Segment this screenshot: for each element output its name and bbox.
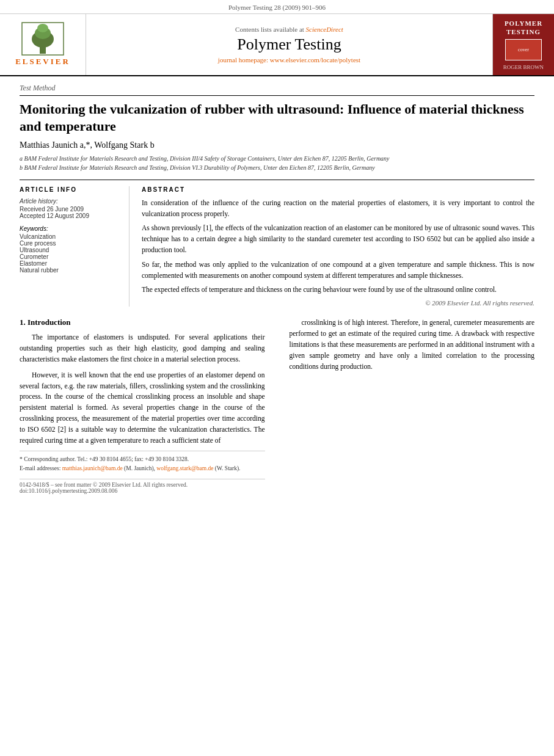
article-type-label: Test Method: [20, 84, 534, 96]
abstract-para-4: The expected effects of temperature and …: [142, 285, 534, 296]
badge-thumbnail: cover: [505, 39, 542, 60]
keyword-vulcanization: Vulcanization: [20, 233, 122, 240]
journal-citation: Polymer Testing 28 (2009) 901–906: [0, 0, 554, 14]
copyright-line: © 2009 Elsevier Ltd. All rights reserved…: [142, 299, 534, 307]
journal-header: ⚜ ELSEVIER Contents lists available at S…: [0, 14, 554, 76]
email-2[interactable]: wolfgang.stark@bam.de: [156, 465, 213, 471]
keyword-ultrasound: Ultrasound: [20, 247, 122, 253]
elsevier-tree-icon: ⚜: [21, 22, 64, 56]
abstract-para-3: So far, the method was only applied to t…: [142, 260, 534, 282]
license-text: 0142-9418/$ – see front matter © 2009 El…: [20, 482, 188, 488]
body-left-column: 1. Introduction The importance of elasto…: [20, 318, 271, 494]
keyword-cure: Cure process: [20, 240, 122, 247]
badge-title: POLYMER TESTING: [503, 19, 544, 37]
abstract-heading: ABSTRACT: [142, 186, 534, 193]
received-date: Received 26 June 2009: [20, 206, 122, 213]
journal-badge: POLYMER TESTING cover ROGER BROWN: [493, 14, 554, 75]
journal-homepage: journal homepage: www.elsevier.com/locat…: [218, 56, 360, 64]
body-right-column: crosslinking is of high interest. Theref…: [283, 318, 535, 494]
sciencedirect-line: Contents lists available at ScienceDirec…: [235, 26, 343, 33]
introduction-title: 1. Introduction: [20, 318, 265, 327]
keyword-elastomer: Elastomer: [20, 260, 122, 267]
right-col-text: crosslinking is of high interest. Theref…: [290, 318, 535, 372]
authors-line: Matthias Jaunich a,*, Wolfgang Stark b: [20, 140, 534, 150]
affiliation-b: b BAM Federal Institute for Materials Re…: [20, 163, 534, 172]
right-para-1: crosslinking is of high interest. Theref…: [290, 318, 535, 372]
journal-title: Polymer Testing: [237, 35, 341, 54]
affiliation-a: a BAM Federal Institute for Materials Re…: [20, 154, 534, 163]
keyword-natural-rubber: Natural rubber: [20, 267, 122, 274]
doi-line: doi:10.1016/j.polymertesting.2009.08.006: [20, 488, 265, 494]
footer-bottom: 0142-9418/$ – see front matter © 2009 El…: [20, 479, 265, 488]
history-label: Article history:: [20, 198, 122, 205]
intro-para-2: However, it is well known that the end u…: [20, 370, 265, 446]
abstract-text: In consideration of the influence of the…: [142, 198, 534, 296]
keywords-label: Keywords:: [20, 225, 122, 232]
elsevier-logo: ⚜ ELSEVIER: [15, 22, 70, 67]
abstract-para-2: As shown previously [1], the effects of …: [142, 223, 534, 255]
journal-center-header: Contents lists available at ScienceDirec…: [86, 14, 493, 75]
pt-badge: POLYMER TESTING cover ROGER BROWN: [503, 19, 544, 70]
intro-para-1: The importance of elastomers is undisput…: [20, 332, 265, 365]
article-info-column: ARTICLE INFO Article history: Received 2…: [20, 186, 129, 307]
article-title: Monitoring the vulcanization of rubber w…: [20, 101, 534, 136]
keyword-curometer: Curometer: [20, 253, 122, 260]
email-line: E-mail addresses: matthias.jaunich@bam.d…: [20, 464, 265, 473]
sciencedirect-link[interactable]: ScienceDirect: [306, 26, 343, 33]
main-content: Test Method Monitoring the vulcanization…: [0, 76, 554, 494]
article-info-abstract: ARTICLE INFO Article history: Received 2…: [20, 180, 534, 307]
article-history: Article history: Received 26 June 2009 A…: [20, 198, 122, 219]
accepted-date: Accepted 12 August 2009: [20, 213, 122, 219]
keywords-section: Keywords: Vulcanization Cure process Ult…: [20, 225, 122, 274]
citation-text: Polymer Testing 28 (2009) 901–906: [228, 4, 326, 11]
publisher-logo: ⚜ ELSEVIER: [0, 14, 86, 75]
badge-author: ROGER BROWN: [503, 64, 544, 70]
abstract-para-1: In consideration of the influence of the…: [142, 198, 534, 220]
affiliations: a BAM Federal Institute for Materials Re…: [20, 154, 534, 172]
svg-text:⚜: ⚜: [42, 49, 45, 53]
footer-notes: * Corresponding author. Tel.: +49 30 810…: [20, 451, 265, 473]
email-1[interactable]: matthias.jaunich@bam.de: [62, 465, 123, 471]
svg-point-3: [37, 24, 48, 32]
body-content: 1. Introduction The importance of elasto…: [20, 318, 534, 494]
introduction-text: The importance of elastomers is undisput…: [20, 332, 265, 446]
abstract-column: ABSTRACT In consideration of the influen…: [142, 186, 534, 307]
elsevier-wordmark: ELSEVIER: [15, 57, 70, 67]
article-info-heading: ARTICLE INFO: [20, 186, 122, 193]
corresponding-author-note: * Corresponding author. Tel.: +49 30 810…: [20, 455, 265, 463]
